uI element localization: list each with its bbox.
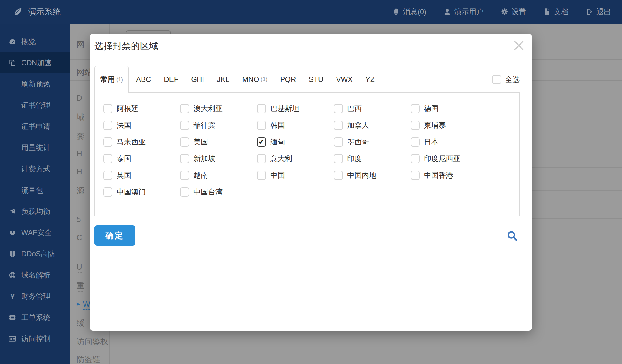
nav-item-2[interactable]: 设置 [501,7,526,17]
tab-label: MNO [242,75,259,84]
tab-label: YZ [365,75,375,84]
region-checkbox[interactable] [411,171,420,180]
region-checkbox[interactable] [411,154,420,163]
region-option[interactable]: 巴西 [334,100,411,117]
nav-item-4[interactable]: 退出 [586,7,611,17]
region-checkbox[interactable] [103,171,112,180]
region-checkbox[interactable] [411,121,420,130]
sidebar-item-label: 用量统计 [21,143,50,153]
region-option[interactable]: 加拿大 [334,117,411,133]
sidebar-item-14[interactable]: 访问控制 [0,328,70,349]
region-checkbox[interactable] [334,154,343,163]
region-checkbox[interactable] [103,137,112,147]
region-checkbox[interactable] [334,121,343,130]
region-checkbox[interactable] [257,121,266,130]
select-all-checkbox[interactable] [492,75,501,84]
region-checkbox[interactable] [180,187,189,197]
region-option[interactable]: 美国 [180,133,257,150]
region-option[interactable]: 中国 [257,167,334,184]
region-checkbox[interactable] [180,104,189,113]
region-checkbox[interactable] [103,187,112,197]
region-checkbox[interactable] [257,171,266,180]
sidebar-item-5[interactable]: 用量统计 [0,137,70,158]
region-option[interactable]: 菲律宾 [180,117,257,133]
nav-item-0[interactable]: 消息(0) [392,7,426,17]
region-option[interactable]: 意大利 [257,150,334,167]
region-option[interactable]: 韩国 [257,117,334,133]
region-checkbox[interactable] [180,137,189,147]
close-icon[interactable] [511,38,527,53]
region-option[interactable]: 巴基斯坦 [257,100,334,117]
region-option[interactable]: 中国澳门 [103,184,180,200]
tab-PQR[interactable]: PQR [280,66,296,93]
region-option[interactable]: 日本 [411,133,487,150]
region-option[interactable]: 阿根廷 [103,100,180,117]
sidebar-item-11[interactable]: 域名解析 [0,265,70,286]
tab-GHI[interactable]: GHI [191,66,204,93]
region-checkbox[interactable] [103,104,112,113]
sidebar-item-8[interactable]: 负载均衡 [0,201,70,222]
region-checkbox[interactable] [180,171,189,180]
region-option[interactable]: 澳大利亚 [180,100,257,117]
confirm-button[interactable]: 确定 [94,225,135,246]
sidebar-item-4[interactable]: 证书申请 [0,116,70,137]
region-option[interactable]: ✔缅甸 [257,133,334,150]
sidebar-item-0[interactable]: 概览 [0,31,70,52]
sidebar-item-12[interactable]: ¥财务管理 [0,286,70,307]
region-option[interactable]: 新加坡 [180,150,257,167]
user-icon [443,8,451,16]
region-option[interactable]: 德国 [411,100,487,117]
sidebar-item-9[interactable]: WAF安全 [0,222,70,243]
region-checkbox[interactable] [180,121,189,130]
tab-ABC[interactable]: ABC [136,66,151,93]
sidebar-item-2[interactable]: 刷新预热 [0,73,70,95]
sidebar-item-label: 访问控制 [21,334,50,344]
tab-JKL[interactable]: JKL [217,66,229,93]
select-all[interactable]: 全选 [492,75,520,84]
region-checkbox[interactable] [180,154,189,163]
region-option[interactable]: 泰国 [103,150,180,167]
tab-DEF[interactable]: DEF [164,66,178,93]
region-checkbox[interactable] [334,171,343,180]
region-option[interactable]: 印度尼西亚 [411,150,487,167]
tab-MNO[interactable]: MNO(1) [242,66,267,93]
region-label: 印度 [347,154,362,163]
region-checkbox[interactable] [334,104,343,113]
region-checkbox[interactable] [103,121,112,130]
region-option[interactable]: 中国台湾 [180,184,257,200]
nav-item-1[interactable]: 演示用户 [443,7,484,17]
region-option[interactable]: 马来西亚 [103,133,180,150]
tab-STU[interactable]: STU [309,66,323,93]
sidebar-item-10[interactable]: DDoS高防 [0,243,70,265]
nav-item-3[interactable]: 文档 [543,7,569,17]
region-checkbox[interactable] [334,137,343,147]
region-label: 意大利 [270,154,292,163]
tab-VWX[interactable]: VWX [336,66,353,93]
region-label: 中国台湾 [193,187,223,197]
sidebar-item-7[interactable]: 流量包 [0,180,70,201]
tab-YZ[interactable]: YZ [365,66,375,93]
region-option[interactable]: 法国 [103,117,180,133]
tab-常用[interactable]: 常用(1) [94,66,129,93]
region-option[interactable]: 墨西哥 [334,133,411,150]
region-option[interactable]: 柬埔寨 [411,117,487,133]
sidebar-item-13[interactable]: 工单系统 [0,307,70,328]
region-checkbox[interactable]: ✔ [257,137,266,147]
region-checkbox[interactable] [257,154,266,163]
region-label: 新加坡 [193,154,215,163]
sidebar-item-6[interactable]: 计费方式 [0,158,70,180]
region-option[interactable]: 越南 [180,167,257,184]
tab-label: VWX [336,75,353,84]
sidebar-item-1[interactable]: CDN加速 [0,52,70,73]
region-checkbox[interactable] [103,154,112,163]
region-option[interactable]: 中国内地 [334,167,411,184]
sidebar-item-3[interactable]: 证书管理 [0,95,70,116]
region-checkbox[interactable] [257,104,266,113]
brand[interactable]: 演示系统 [13,0,61,24]
region-checkbox[interactable] [411,137,420,147]
region-option[interactable]: 印度 [334,150,411,167]
region-checkbox[interactable] [411,104,420,113]
region-option[interactable]: 中国香港 [411,167,487,184]
region-option[interactable]: 英国 [103,167,180,184]
search-icon[interactable] [506,230,519,242]
